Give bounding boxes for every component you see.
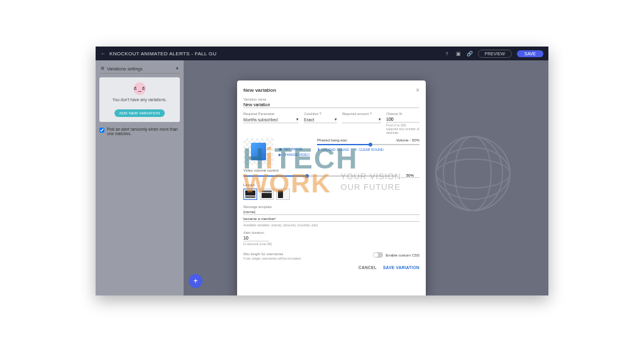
modal-actions: CANCEL SAVE VARIATION <box>243 265 419 270</box>
chevron-down-icon: ▾ <box>176 66 179 71</box>
name-label: Variation name <box>243 97 419 101</box>
layout-option-1[interactable] <box>243 189 257 200</box>
back-arrow-icon[interactable]: ← <box>101 51 106 57</box>
condition-row: Required Parameter Months subscribed ▾ C… <box>243 112 419 135</box>
maxlen-label: Max length for usernames <box>243 252 373 256</box>
folder-icon <box>251 143 266 160</box>
layout-label: Layout <box>243 183 419 187</box>
media-row: ▣SET IMAGE ▶CHANGE VIDEO Phazed bang.wav… <box>243 138 419 165</box>
media-thumbnail[interactable] <box>243 138 274 165</box>
video-volume-slider[interactable] <box>243 175 397 177</box>
topbar: ← KNOCKOUT ANIMATED ALERTS - FALL GU ? ▣… <box>96 47 548 60</box>
clear-icon: ✕ <box>354 148 357 152</box>
css-toggle-row: Enable custom CSS <box>373 252 419 258</box>
app-frame: ← KNOCKOUT ANIMATED ALERTS - FALL GU ? ▣… <box>96 47 548 295</box>
variation-name-input[interactable] <box>243 102 419 108</box>
save-variation-button[interactable]: SAVE VARIATION <box>383 265 419 270</box>
video-icon: ▶ <box>279 153 282 157</box>
layout-option-3[interactable] <box>276 189 290 200</box>
video-volume-input[interactable] <box>401 174 419 178</box>
sidebar-header[interactable]: ⚙ Variations settings ▾ <box>99 64 180 74</box>
msg-label: Message template <box>243 205 419 209</box>
layers-icon[interactable]: ▣ <box>455 50 462 57</box>
help-icon[interactable]: ? <box>444 50 450 57</box>
random-pick-label: Pick an alert randomly when more than on… <box>107 127 180 136</box>
sound-column: Phazed bang.wav Volume - 50% ⬆UPLOAD SOU… <box>314 138 419 165</box>
maxlen-hint: If set, longer usernames will be truncat… <box>243 256 373 260</box>
topbar-actions: ? ▣ 🔗 PREVIEW SAVE <box>444 50 543 58</box>
sound-filename: Phazed bang.wav <box>317 138 347 142</box>
vvc-label: Video volume control <box>243 168 419 172</box>
param-select[interactable]: Months subscribed <box>243 118 278 122</box>
avatar-icon: ಠ_ಠ <box>133 82 146 95</box>
sidebar: ⚙ Variations settings ▾ ಠ_ಠ You don't ha… <box>96 60 184 295</box>
duration-hint: In seconds (max 90) <box>243 242 419 246</box>
bottom-row: Max length for usernames If set, longer … <box>243 252 419 260</box>
chance-label: Chance % <box>386 112 419 116</box>
preview-button[interactable]: PREVIEW <box>478 50 512 58</box>
chevron-down-icon: ▾ <box>379 117 381 122</box>
upload-icon: ⬆ <box>317 148 320 152</box>
chance-input[interactable] <box>386 116 419 123</box>
condition-select[interactable]: Exact <box>304 118 314 122</box>
volume-label: Volume - 50% <box>396 138 419 142</box>
save-button[interactable]: SAVE <box>517 50 543 57</box>
chevron-down-icon: ▾ <box>296 117 299 122</box>
image-icon: ▣ <box>279 147 282 151</box>
duration-label: Alert duration <box>243 231 419 234</box>
empty-text: You don't have any variations. <box>104 97 175 102</box>
random-pick-input[interactable] <box>99 128 104 133</box>
vvc-row <box>243 174 419 178</box>
modal-header: New variation × <box>243 87 419 94</box>
new-variation-modal: New variation × Variation name Required … <box>237 80 426 295</box>
msg-hint: Available variables: {name}, {amount}, {… <box>243 223 419 227</box>
upload-sound-button[interactable]: ⬆UPLOAD SOUND <box>317 148 349 152</box>
body: ⚙ Variations settings ▾ ಠ_ಠ You don't ha… <box>96 60 548 295</box>
gear-icon: ⚙ <box>101 66 104 71</box>
layout-option-2[interactable] <box>260 189 274 200</box>
set-image-button[interactable]: ▣SET IMAGE <box>279 147 309 151</box>
add-fab-button[interactable]: + <box>189 274 203 288</box>
change-video-button[interactable]: ▶CHANGE VIDEO <box>279 153 309 157</box>
msg-line1[interactable]: {name} <box>243 209 419 215</box>
link-icon[interactable]: 🔗 <box>467 50 473 57</box>
chevron-down-icon: ▾ <box>335 117 337 122</box>
chance-hint: From 0 to 100, supports any number of de… <box>386 123 419 135</box>
cancel-button[interactable]: CANCEL <box>358 265 377 270</box>
variations-empty-card: ಠ_ಠ You don't have any variations. ADD N… <box>99 77 180 122</box>
css-toggle[interactable] <box>373 252 383 258</box>
add-variation-button[interactable]: ADD NEW VARIATION <box>114 109 165 117</box>
param-label: Required Parameter <box>243 112 299 116</box>
msg-line2[interactable]: became a member! <box>243 216 419 222</box>
random-pick-checkbox[interactable]: Pick an alert randomly when more than on… <box>99 127 180 136</box>
media-links: ▣SET IMAGE ▶CHANGE VIDEO <box>279 138 309 165</box>
globe-decoration <box>435 136 511 211</box>
page-title: KNOCKOUT ANIMATED ALERTS - FALL GU <box>109 51 444 57</box>
modal-title: New variation <box>243 87 276 93</box>
duration-input[interactable] <box>243 235 269 241</box>
close-icon[interactable]: × <box>416 87 419 94</box>
sidebar-header-label: Variations settings <box>107 67 143 71</box>
cond-label: Condition ? <box>304 112 337 116</box>
css-toggle-label: Enable custom CSS <box>386 253 419 257</box>
clear-sound-button[interactable]: ✕CLEAR SOUND <box>354 148 384 152</box>
req-label: Required amount ? <box>342 112 381 116</box>
volume-slider[interactable] <box>317 144 419 145</box>
layout-options <box>243 189 419 200</box>
